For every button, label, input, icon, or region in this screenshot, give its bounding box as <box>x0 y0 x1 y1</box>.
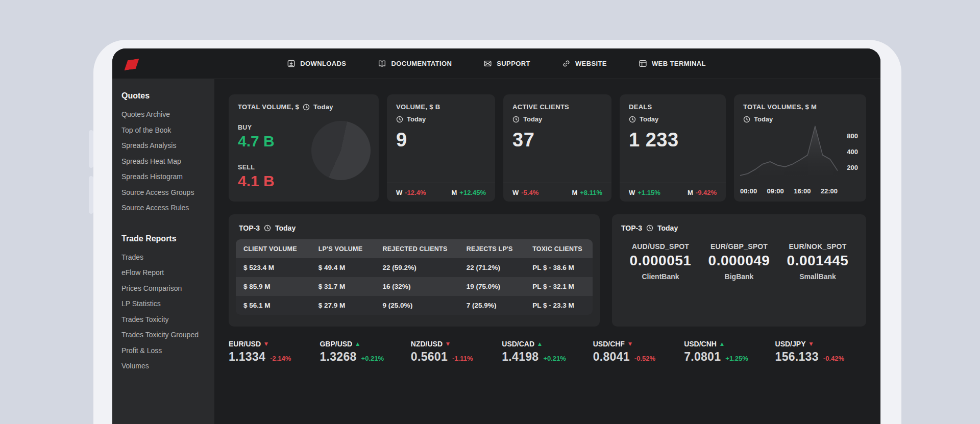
month-change: M+8.11% <box>572 189 602 196</box>
nav-item-label: WEB TERMINAL <box>652 60 706 67</box>
total-volume-title-row: TOTAL VOLUME, $ Today <box>238 103 370 111</box>
top3-table-card: TOP-3 Today CLIENT VOLUME LP'S VOLUME RE… <box>229 214 600 327</box>
sidebar-item-eflow-report[interactable]: eFlow Report <box>121 265 209 281</box>
kpi-row: TOTAL VOLUME, $ Today BUY 4.7 B SELL 4.1… <box>229 94 866 202</box>
ticker-item-usdjpy[interactable]: USD/JPY▼ 156.133-0.42% <box>775 340 866 364</box>
nav-item-documentation[interactable]: DOCUMENTATION <box>378 59 452 68</box>
pair-price: 1.3268 <box>320 350 356 364</box>
pair-price: 0.8041 <box>593 350 630 364</box>
sidebar-item-volumes[interactable]: Volumes <box>121 358 209 374</box>
ticker-item-gbpusd[interactable]: GBP/USD▲ 1.3268+0.21% <box>320 340 410 364</box>
top3-row: TOP-3 Today CLIENT VOLUME LP'S VOLUME RE… <box>229 214 866 327</box>
sidebar-item-lp-statistics[interactable]: LP Statistics <box>121 296 209 312</box>
spot-symbol: EUR/NOK_SPOT <box>778 242 857 251</box>
period-row: Today <box>512 115 602 123</box>
period-label: Today <box>313 103 333 111</box>
documentation-icon <box>378 59 386 68</box>
pair-change: -1.11% <box>452 355 473 362</box>
period-label: Today <box>407 115 426 123</box>
card-title: VOLUME, $ B <box>396 103 486 111</box>
trend-arrow-icon: ▲ <box>720 341 724 346</box>
download-icon <box>287 59 296 68</box>
cell: $ 27.9 M <box>311 302 375 309</box>
sidebar-item-spreads-analysis[interactable]: Spreads Analysis <box>121 138 209 154</box>
spot-item: AUD/USD_SPOT 0.000051 ClientBank <box>621 242 700 281</box>
top3-spreads-card: TOP-3 Today AUD/USD_SPOT 0.000051 Client… <box>612 214 866 327</box>
sidebar-item-spreads-heat-map[interactable]: Spreads Heat Map <box>121 154 209 169</box>
col-client-volume: CLIENT VOLUME <box>236 245 311 253</box>
sidebar-item-spreads-histogram[interactable]: Spreads Histogram <box>121 169 209 185</box>
cell: 9 (25.0%) <box>375 302 459 309</box>
pair-price: 156.133 <box>775 350 819 364</box>
clock-icon <box>303 104 310 111</box>
spot-provider: SmallBank <box>778 272 857 281</box>
period-label: Today <box>523 115 542 123</box>
trend-arrow-icon: ▼ <box>628 341 632 346</box>
ticker-item-usdcnh[interactable]: USD/CNH▲ 7.0801+1.25% <box>684 340 775 364</box>
table-row: $ 56.1 M $ 27.9 M 9 (25.0%) 7 (25.9%) PL… <box>236 296 593 315</box>
device-frame-overlay: DOWNLOADS DOCUMENTATION SUPPORT WEBSITE … <box>93 40 901 424</box>
sidebar-item-trades[interactable]: Trades <box>121 250 209 265</box>
sidebar-item-trades-toxicity[interactable]: Trades Toxicity <box>121 312 209 328</box>
pair-change: +1.25% <box>725 355 748 362</box>
trend-arrow-icon: ▼ <box>446 341 450 346</box>
pair-label: USD/CAD <box>502 340 534 348</box>
deals-card: DEALS Today 1 233 W+1.15% M-9.42% <box>620 94 726 202</box>
ticker-item-nzdusd[interactable]: NZD/USD▼ 0.5601-1.11% <box>411 340 502 364</box>
cell: 7 (25.9%) <box>459 302 525 309</box>
top3-title: TOP-3 <box>621 224 642 232</box>
volume-wm-footer: W-12.4% M+12.45% <box>387 183 495 202</box>
device-side-button <box>89 130 93 168</box>
deals-value: 1 233 <box>629 129 717 151</box>
week-change: W+1.15% <box>629 189 660 196</box>
top-nav: DOWNLOADS DOCUMENTATION SUPPORT WEBSITE … <box>112 48 880 79</box>
sidebar-item-trades-toxicity-grouped[interactable]: Trades Toxicity Grouped <box>121 327 209 343</box>
pair-price: 1.1334 <box>229 350 265 364</box>
ticker-item-usdcad[interactable]: USD/CAD▲ 1.4198+0.21% <box>502 340 593 364</box>
cell: 16 (32%) <box>375 283 459 290</box>
pair-change: -2.14% <box>270 355 291 362</box>
buy-sell-pie-chart <box>311 121 371 180</box>
nav-menu: DOWNLOADS DOCUMENTATION SUPPORT WEBSITE … <box>287 59 706 68</box>
cell: PL $ - 32.1 M <box>525 283 593 290</box>
pair-change: +0.21% <box>543 355 566 362</box>
sidebar-item-source-access-rules[interactable]: Source Access Rules <box>121 200 209 216</box>
pair-label: USD/JPY <box>775 340 806 348</box>
website-icon <box>562 59 571 68</box>
nav-item-website[interactable]: WEBSITE <box>562 59 607 68</box>
chart-x-axis: 00:00 09:00 16:00 22:00 <box>740 187 838 195</box>
sidebar-item-prices-comparison[interactable]: Prices Comparison <box>121 281 209 296</box>
main-content: TOTAL VOLUME, $ Today BUY 4.7 B SELL 4.1… <box>214 79 880 424</box>
app-logo[interactable] <box>123 59 140 70</box>
trend-arrow-icon: ▼ <box>264 341 268 346</box>
period-label: Today <box>640 115 658 123</box>
spot-item: EUR/NOK_SPOT 0.001445 SmallBank <box>778 242 857 281</box>
pair-label: EUR/USD <box>229 340 261 348</box>
pair-label: USD/CNH <box>684 340 717 348</box>
nav-item-support[interactable]: SUPPORT <box>483 59 530 68</box>
spot-symbol: AUD/USD_SPOT <box>621 242 700 251</box>
week-change: W-12.4% <box>396 189 426 196</box>
x-tick: 09:00 <box>767 187 784 195</box>
top3-title: TOP-3 <box>239 224 260 232</box>
clock-icon <box>629 116 636 123</box>
sidebar-quotes-list: Quotes Archive Top of the Book Spreads A… <box>121 107 209 216</box>
pair-price: 7.0801 <box>684 350 721 364</box>
period-row: Today <box>629 115 717 123</box>
nav-item-label: DOWNLOADS <box>300 60 346 67</box>
sidebar-item-quotes-archive[interactable]: Quotes Archive <box>121 107 209 122</box>
sidebar-item-source-access-groups[interactable]: Source Access Groups <box>121 185 209 201</box>
nav-item-web-terminal[interactable]: WEB TERMINAL <box>639 59 706 68</box>
nav-item-label: WEBSITE <box>575 60 607 67</box>
ticker-item-usdchf[interactable]: USD/CHF▼ 0.8041-0.52% <box>593 340 684 364</box>
cell: 22 (71.2%) <box>459 264 525 271</box>
col-lps-volume: LP'S VOLUME <box>311 245 375 253</box>
y-tick: 200 <box>847 164 858 171</box>
sidebar-item-top-of-the-book[interactable]: Top of the Book <box>121 122 209 138</box>
cell: PL $ - 23.3 M <box>525 302 593 309</box>
sidebar-item-profit-loss[interactable]: Profit & Loss <box>121 343 209 359</box>
top3-table-header: TOP-3 Today <box>236 221 593 232</box>
ticker-item-eurusd[interactable]: EUR/USD▼ 1.1334-2.14% <box>229 340 320 364</box>
spot-symbol: EUR/GBP_SPOT <box>700 242 778 251</box>
nav-item-downloads[interactable]: DOWNLOADS <box>287 59 346 68</box>
